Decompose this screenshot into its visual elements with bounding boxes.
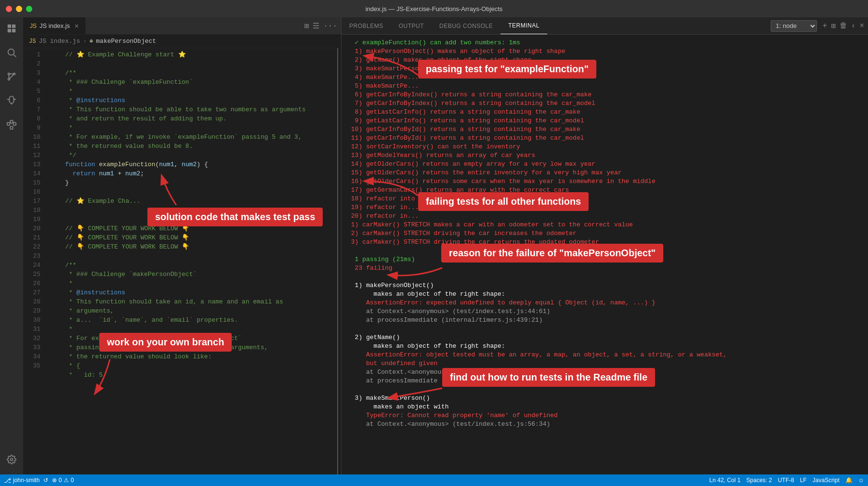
svg-point-23 bbox=[11, 459, 13, 461]
code-line: * bbox=[50, 279, 334, 288]
code-line: * For example, if we invoke `makePersonO… bbox=[50, 334, 334, 343]
code-line: * a... `id`, `name`, and `email` propert… bbox=[50, 315, 334, 325]
git-branch-name: john-smith bbox=[13, 477, 39, 484]
term-line: 15) getOlderCars() returns the entire in… bbox=[347, 169, 862, 177]
editor-panel: JS JS index.js × ⊞ ☰ ··· JS JS index.js … bbox=[23, 17, 341, 474]
breadcrumb-separator: › bbox=[83, 38, 87, 45]
code-line: } bbox=[50, 178, 334, 187]
term-line: at Context.<anonymous> (test/index.test.… bbox=[347, 307, 862, 316]
tab-output[interactable]: OUTPUT bbox=[391, 17, 432, 34]
terminal-content: ✓ exampleFunction() can add two numbers:… bbox=[342, 35, 868, 474]
cursor-position[interactable]: Ln 42, Col 1 bbox=[710, 477, 741, 484]
term-line: 17) getGermanCars() returns an array wit… bbox=[347, 186, 862, 195]
term-line: at processImmediate (internal/timers.js:… bbox=[347, 377, 862, 385]
close-button[interactable] bbox=[6, 6, 12, 12]
code-line: * For example, if we invoke `exampleFunc… bbox=[50, 132, 334, 142]
code-line: // 👇 COMPLETE YOUR WORK BELOW 👇 bbox=[50, 233, 334, 242]
code-line: */ bbox=[50, 151, 334, 160]
breadcrumb-icon-fn: ⊕ bbox=[90, 38, 93, 45]
svg-rect-0 bbox=[8, 25, 11, 28]
close-panel-icon[interactable]: × bbox=[859, 22, 864, 30]
new-terminal-icon[interactable]: + bbox=[823, 22, 828, 30]
svg-point-6 bbox=[8, 79, 10, 80]
term-line: 18) refactor into arrow functions sum us… bbox=[347, 195, 862, 203]
terminal-dropdown[interactable]: 1: node bbox=[771, 20, 817, 32]
svg-line-11 bbox=[10, 75, 13, 78]
term-line: makes an object of the right shape: bbox=[347, 290, 862, 299]
code-line: * This function should take an id, a nam… bbox=[50, 297, 334, 306]
term-line bbox=[347, 325, 862, 333]
code-line: * the returned value should be 8. bbox=[50, 142, 334, 151]
term-line: 13) getModelYears() returns an array of … bbox=[347, 151, 862, 160]
term-line: 16) getOlderCars() returns some cars whe… bbox=[347, 177, 862, 186]
chevron-left-icon[interactable]: ‹ bbox=[851, 22, 856, 30]
term-line bbox=[347, 273, 862, 281]
term-line: 4) makeSmartPe... bbox=[347, 73, 862, 82]
maximize-button[interactable] bbox=[26, 6, 32, 12]
split-terminal-icon[interactable]: ⊞ bbox=[831, 21, 836, 31]
term-line: 10) getCarInfoById() returns a string co… bbox=[347, 125, 862, 134]
breadcrumb-function: makePersonObject bbox=[96, 38, 156, 45]
tab-problems[interactable]: PROBLEMS bbox=[342, 17, 391, 34]
activity-icon-debug[interactable] bbox=[4, 93, 19, 108]
code-line bbox=[50, 251, 334, 261]
activity-icon-extensions[interactable] bbox=[4, 118, 19, 132]
code-line: // ⭐ Example Cha... bbox=[50, 197, 334, 206]
svg-rect-3 bbox=[12, 29, 15, 32]
more-actions-icon[interactable]: ··· bbox=[323, 22, 337, 30]
term-line: at Context.<anonymous> (test/index.test.… bbox=[347, 368, 862, 377]
term-line: at Context.<anonymous> (test/index.test.… bbox=[347, 420, 862, 429]
titlebar-title: index.js — JS-Exercise-Functions-Arrays-… bbox=[366, 5, 503, 13]
sync-icon: ↺ bbox=[43, 477, 48, 484]
bell-icon[interactable]: 🔔 bbox=[845, 477, 853, 484]
language-mode[interactable]: JavaScript bbox=[813, 477, 840, 484]
sync-status[interactable]: ↺ bbox=[43, 477, 48, 484]
tab-actions: ⊞ ☰ ··· bbox=[304, 21, 341, 31]
content-area: JS JS index.js × ⊞ ☰ ··· JS JS index.js … bbox=[23, 17, 868, 474]
code-content: // ⭐ Example Challenge start ⭐ /** * ###… bbox=[46, 48, 334, 474]
term-line: 6) getCarInfoByIndex() returns a string … bbox=[347, 91, 862, 99]
term-line: 2) getName() makes an object of the righ… bbox=[347, 56, 862, 65]
editor-tab[interactable]: JS JS index.js × bbox=[23, 17, 86, 34]
code-line: * and return the result of adding them u… bbox=[50, 114, 334, 123]
feedback-icon[interactable]: ☺ bbox=[858, 477, 864, 484]
line-ending[interactable]: LF bbox=[800, 477, 807, 484]
activity-icon-search[interactable] bbox=[4, 45, 19, 60]
code-line: * bbox=[50, 325, 334, 334]
svg-rect-17 bbox=[10, 120, 13, 123]
activity-icon-settings[interactable] bbox=[4, 452, 19, 467]
term-line: 12) sortCarInventory() can sort the inve… bbox=[347, 143, 862, 151]
term-failing: 23 failing bbox=[347, 264, 862, 273]
gutter-line bbox=[337, 48, 338, 474]
term-line: 2) carMaker() STRETCH driving the car in… bbox=[347, 229, 862, 238]
activity-icon-explorer[interactable] bbox=[4, 21, 19, 36]
code-line bbox=[50, 59, 334, 68]
git-branch[interactable]: ⎇ john-smith bbox=[4, 477, 39, 484]
error-count: ⊗ 0 bbox=[52, 477, 62, 484]
spaces[interactable]: Spaces: 2 bbox=[746, 477, 772, 484]
code-line: /** bbox=[50, 68, 334, 78]
term-line: 9) getLastCarInfo() returns a string con… bbox=[347, 117, 862, 125]
toggle-panel-icon[interactable]: ☰ bbox=[313, 21, 319, 31]
svg-point-7 bbox=[13, 73, 15, 75]
term-line: 1) makePersonObject() bbox=[347, 281, 862, 290]
term-line: 7) getCarInfoByIndex() returns a string … bbox=[347, 99, 862, 108]
tab-terminal[interactable]: TERMINAL bbox=[500, 17, 547, 34]
code-line: * bbox=[50, 123, 334, 132]
status-bar-right: Ln 42, Col 1 Spaces: 2 UTF-8 LF JavaScri… bbox=[710, 477, 864, 484]
delete-terminal-icon[interactable]: 🗑 bbox=[840, 21, 847, 30]
term-line: 3) makeSmartPerson() bbox=[347, 394, 862, 403]
code-line bbox=[50, 215, 334, 224]
errors-warnings[interactable]: ⊗ 0 ⚠ 0 bbox=[52, 477, 74, 484]
activity-icon-git[interactable] bbox=[4, 69, 19, 84]
tab-debug-console[interactable]: DEBUG CONSOLE bbox=[432, 17, 500, 34]
encoding[interactable]: UTF-8 bbox=[778, 477, 794, 484]
main-layout: JS JS index.js × ⊞ ☰ ··· JS JS index.js … bbox=[0, 17, 868, 474]
split-editor-icon[interactable]: ⊞ bbox=[304, 21, 309, 31]
tab-close-icon[interactable]: × bbox=[75, 22, 79, 30]
breadcrumb-file: JS bbox=[29, 38, 36, 45]
code-line: * @instructions bbox=[50, 288, 334, 297]
code-line: // 👇 COMPLETE YOUR WORK BELOW 👇 bbox=[50, 224, 334, 233]
minimize-button[interactable] bbox=[16, 6, 22, 12]
code-line bbox=[50, 187, 334, 197]
